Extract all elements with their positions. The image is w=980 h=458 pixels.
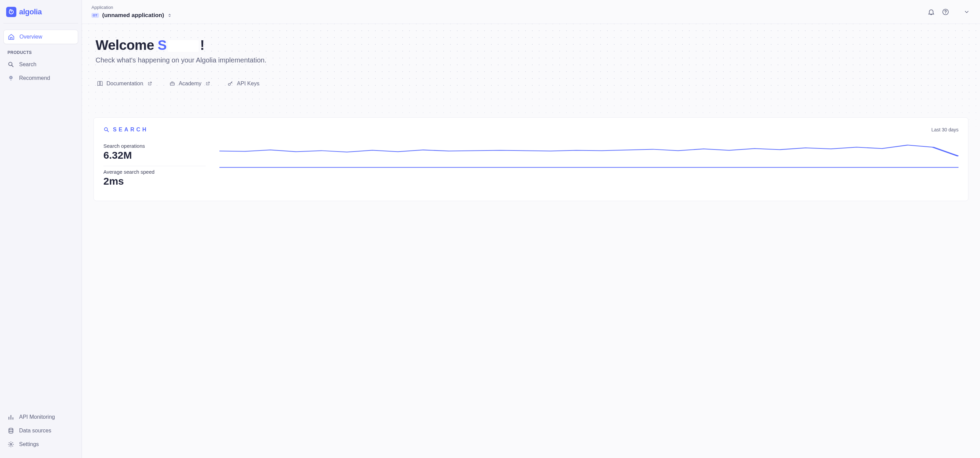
quicklink-label: Documentation	[107, 81, 143, 87]
external-link-icon	[205, 81, 210, 86]
brand-mark-icon	[6, 7, 16, 17]
stat-value: 2ms	[103, 175, 206, 187]
lightbulb-icon	[8, 75, 14, 81]
quicklink-label: Academy	[179, 81, 202, 87]
application-label: Application	[91, 5, 172, 10]
card-title-text: SEARCH	[113, 127, 148, 133]
svg-point-6	[945, 13, 946, 14]
sidebar-item-overview[interactable]: Overview	[3, 30, 78, 44]
sidebar: algolia Overview PRODUCTS Search R	[0, 0, 82, 458]
card-title: SEARCH	[103, 127, 148, 133]
sparkline-avg-speed	[220, 166, 958, 168]
search-icon	[8, 61, 14, 68]
quick-links: Documentation Academy	[94, 81, 969, 87]
application-badge: OT	[91, 13, 99, 18]
brand-logo[interactable]: algolia	[3, 7, 78, 24]
welcome-heading: Welcome S!	[95, 38, 969, 53]
sidebar-item-label: Settings	[19, 441, 39, 447]
home-icon	[8, 33, 15, 40]
sidebar-item-label: API Monitoring	[19, 414, 55, 420]
sidebar-item-label: Data sources	[19, 428, 51, 434]
help-button[interactable]	[942, 8, 949, 16]
quicklink-api-keys[interactable]: API Keys	[227, 81, 259, 87]
sidebar-item-label: Overview	[19, 34, 42, 40]
sidebar-item-search[interactable]: Search	[3, 58, 78, 72]
stat-label: Average search speed	[103, 169, 206, 175]
welcome-subtitle: Check what's happening on your Algolia i…	[95, 56, 969, 64]
application-selector[interactable]: Application OT (unnamed application)	[91, 5, 172, 19]
briefcase-icon	[169, 81, 175, 87]
quicklink-documentation[interactable]: Documentation	[97, 81, 152, 87]
account-menu-button[interactable]	[963, 8, 970, 16]
key-icon	[227, 81, 234, 87]
brand-name: algolia	[19, 8, 41, 16]
sort-icon	[167, 13, 172, 17]
book-icon	[97, 81, 103, 87]
sidebar-item-label: Recommend	[19, 75, 50, 81]
bell-icon	[928, 8, 935, 16]
quicklink-label: API Keys	[237, 81, 259, 87]
help-icon	[942, 8, 949, 16]
topbar: Application OT (unnamed application)	[82, 0, 980, 24]
external-link-icon	[147, 81, 152, 86]
stat-avg-speed: Average search speed 2ms	[103, 166, 206, 192]
application-name: (unnamed application)	[102, 12, 164, 19]
welcome-name-initial: S	[158, 38, 167, 52]
search-icon	[103, 127, 110, 133]
gear-icon	[8, 441, 14, 448]
bar-chart-icon	[8, 413, 14, 420]
svg-point-1	[8, 62, 12, 65]
redacted-name	[168, 40, 199, 52]
sidebar-item-data-sources[interactable]: Data sources	[3, 424, 78, 437]
sidebar-item-recommend[interactable]: Recommend	[3, 72, 78, 85]
welcome-prefix: Welcome	[95, 38, 158, 52]
sidebar-item-api-monitoring[interactable]: API Monitoring	[3, 410, 78, 424]
sidebar-item-label: Search	[19, 61, 37, 68]
card-range: Last 30 days	[932, 127, 958, 132]
stat-label: Search operations	[103, 143, 206, 149]
main-content: Application OT (unnamed application)	[82, 0, 980, 458]
hero: Welcome S! Check what's happening on you…	[94, 38, 969, 64]
sparkline-search-operations	[220, 142, 958, 161]
svg-point-4	[10, 444, 12, 445]
sidebar-item-settings[interactable]: Settings	[3, 437, 78, 451]
svg-point-3	[9, 428, 13, 430]
sidebar-section-products: PRODUCTS	[3, 44, 78, 58]
chevron-down-icon	[964, 9, 970, 15]
stat-value: 6.32M	[103, 149, 206, 161]
welcome-suffix: !	[200, 38, 204, 52]
search-card: SEARCH Last 30 days Search operations 6.…	[94, 118, 969, 201]
quicklink-academy[interactable]: Academy	[169, 81, 210, 87]
notifications-button[interactable]	[928, 8, 935, 16]
stat-search-operations: Search operations 6.32M	[103, 140, 206, 166]
database-icon	[8, 427, 14, 434]
